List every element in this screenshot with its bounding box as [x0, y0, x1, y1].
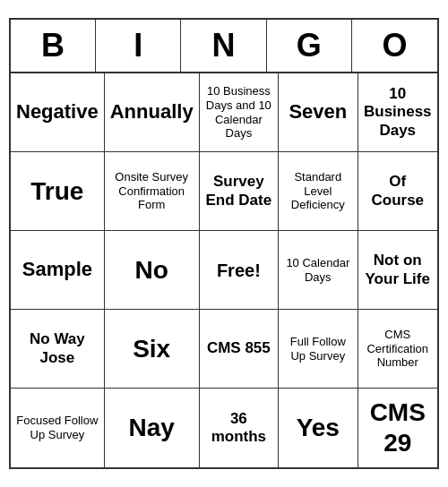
- bingo-cell: Annually: [105, 73, 200, 152]
- bingo-cell: Focused Follow Up Survey: [11, 389, 105, 467]
- bingo-header: BINGO: [11, 20, 437, 73]
- header-letter: B: [11, 20, 96, 72]
- bingo-cell: Full Follow Up Survey: [279, 310, 358, 389]
- bingo-cell: CMS 29: [358, 389, 437, 467]
- bingo-cell: Seven: [279, 73, 358, 152]
- bingo-cell: Standard Level Deficiency: [279, 152, 358, 231]
- bingo-grid: NegativeAnnually10 Business Days and 10 …: [11, 73, 437, 467]
- bingo-cell: CMS 855: [200, 310, 279, 389]
- bingo-cell: Six: [105, 310, 200, 389]
- bingo-cell: Onsite Survey Confirmation Form: [105, 152, 200, 231]
- bingo-cell: No Way Jose: [11, 310, 105, 389]
- bingo-cell: 10 Calendar Days: [279, 231, 358, 310]
- header-letter: G: [267, 20, 352, 72]
- bingo-cell: Nay: [105, 389, 200, 467]
- bingo-cell: Yes: [279, 389, 358, 467]
- bingo-cell: Of Course: [358, 152, 437, 231]
- bingo-cell: Survey End Date: [200, 152, 279, 231]
- header-letter: O: [352, 20, 437, 72]
- header-letter: I: [96, 20, 181, 72]
- bingo-cell: Sample: [11, 231, 105, 310]
- bingo-cell: True: [11, 152, 105, 231]
- bingo-cell: Negative: [11, 73, 105, 152]
- header-letter: N: [181, 20, 266, 72]
- bingo-cell: 36 months: [200, 389, 279, 467]
- bingo-cell: 10 Business Days: [358, 73, 437, 152]
- bingo-cell: Not on Your Life: [358, 231, 437, 310]
- bingo-card: BINGO NegativeAnnually10 Business Days a…: [9, 18, 439, 469]
- bingo-cell: Free!: [200, 231, 279, 310]
- bingo-cell: No: [105, 231, 200, 310]
- bingo-cell: CMS Certification Number: [358, 310, 437, 389]
- bingo-cell: 10 Business Days and 10 Calendar Days: [200, 73, 279, 152]
